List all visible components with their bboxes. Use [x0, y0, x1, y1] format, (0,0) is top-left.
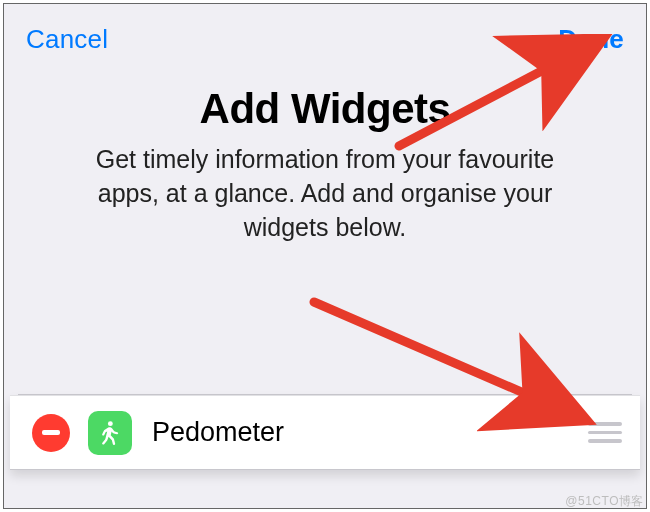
grip-line-icon	[588, 431, 622, 435]
app-icon	[88, 411, 132, 455]
grip-line-icon	[588, 422, 622, 426]
widget-row[interactable]: Pedometer	[10, 395, 640, 470]
watermark: @51CTO博客	[565, 493, 644, 510]
navbar: Cancel Done	[4, 4, 646, 63]
widgets-list: Pedometer	[10, 392, 640, 470]
reorder-handle[interactable]	[586, 422, 626, 443]
minus-icon	[42, 430, 60, 435]
page-subtitle: Get timely information from your favouri…	[65, 143, 585, 244]
walking-person-icon	[96, 419, 124, 447]
done-button[interactable]: Done	[558, 24, 624, 55]
hero-section: Add Widgets Get timely information from …	[4, 63, 646, 244]
remove-widget-button[interactable]	[32, 414, 70, 452]
page-title: Add Widgets	[44, 85, 606, 133]
cancel-button[interactable]: Cancel	[26, 24, 108, 55]
grip-line-icon	[588, 439, 622, 443]
svg-point-0	[108, 421, 113, 426]
widget-name-label: Pedometer	[152, 417, 586, 448]
screen-frame: Cancel Done Add Widgets Get timely infor…	[3, 3, 647, 509]
